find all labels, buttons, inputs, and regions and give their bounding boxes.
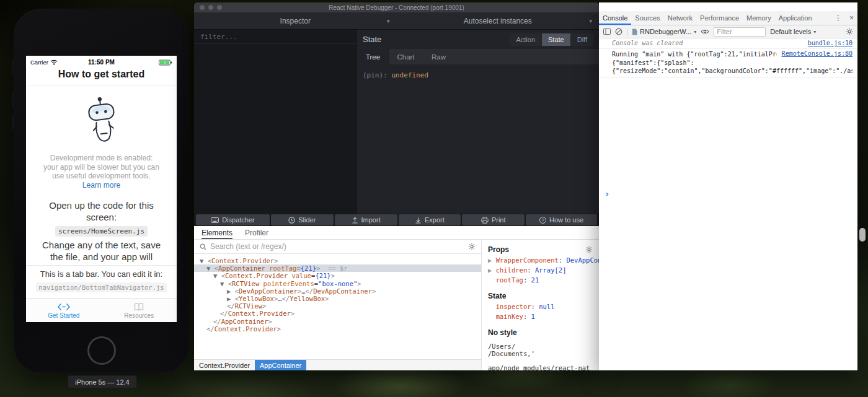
javascript-context-dropdown[interactable]: RNDebuggerW... ▾ <box>632 28 696 35</box>
react-devtools-tabs: Elements Profiler <box>194 226 599 240</box>
download-icon <box>415 217 422 224</box>
search-icon <box>200 243 206 250</box>
toolbar-divider <box>627 28 627 36</box>
props-header: Props <box>488 245 509 254</box>
code-badge: screens/HomeScreen.js <box>26 225 177 236</box>
tree-row[interactable]: ▼ <AppContainer rootTag={21}> == $r <box>194 264 481 272</box>
title-divider <box>26 85 177 85</box>
tree-row[interactable]: </Context.Provider> <box>194 310 481 317</box>
page-title: How to get started <box>26 69 177 80</box>
close-icon[interactable]: × <box>846 11 857 25</box>
app-screen: Carrier 11:50 PM How to get started <box>26 56 177 322</box>
no-style-header: No style <box>488 328 593 337</box>
breadcrumb-item[interactable]: Context.Provider <box>194 360 255 370</box>
scrollbar-thumb[interactable] <box>859 228 866 242</box>
dev-mode-text: Development mode is enabled: your app wi… <box>43 154 159 180</box>
robot-illustration <box>26 94 177 146</box>
home-button[interactable] <box>87 336 116 365</box>
tab-performance[interactable]: Performance <box>696 11 743 25</box>
print-button[interactable]: Print <box>462 214 525 225</box>
tab-raw[interactable]: Raw <box>422 49 455 64</box>
elements-tree: ▼ <Context.Provider>▼ <AppContainer root… <box>194 254 481 359</box>
simulator-device-label: iPhone 5s — 12.4 <box>68 375 137 388</box>
prop-row: mainKey: 1 <box>488 313 593 320</box>
tab-memory[interactable]: Memory <box>743 11 775 25</box>
tree-row[interactable]: </AppContainer> <box>194 318 481 325</box>
prop-row[interactable]: ▶ children: Array[2] <box>488 266 593 274</box>
console-filter-input[interactable] <box>714 27 766 37</box>
state-key[interactable]: (pin): <box>363 71 388 79</box>
close-window-button <box>200 5 205 10</box>
react-devtools-panel: Elements Profiler ▼ <Context.Provider>▼ … <box>194 226 599 370</box>
chevron-down-icon: ▾ <box>813 29 816 35</box>
devtools-tab-bar: Console Sources Network Performance Memo… <box>599 11 857 25</box>
tree-row[interactable]: ▼ <Context.Provider> <box>194 257 481 264</box>
status-bar: Carrier 11:50 PM <box>26 58 177 67</box>
mode-diff-button[interactable]: Diff <box>571 33 593 46</box>
tab-sources[interactable]: Sources <box>631 11 663 25</box>
redux-state-pane: State Action State Diff Tree Chart Raw (… <box>356 30 599 214</box>
breadcrumb-item-active[interactable]: AppContainer <box>255 360 306 370</box>
source-file-link[interactable]: app/node_modules/react-native/Libraries/… <box>488 364 593 370</box>
console-prompt-icon[interactable]: › <box>604 189 609 199</box>
eye-icon[interactable] <box>701 28 709 35</box>
autoselect-instances-dropdown[interactable]: Autoselect instances ▾ <box>397 12 600 29</box>
learn-more-link[interactable]: Learn more <box>82 181 120 190</box>
tab-application[interactable]: Application <box>775 11 816 25</box>
state-value: undefined <box>391 71 428 79</box>
console-message: Console was cleared bundle.js:10 <box>599 38 857 49</box>
tab-profiler[interactable]: Profiler <box>245 226 268 239</box>
status-time: 11:50 PM <box>75 59 128 66</box>
battery-icon <box>159 59 172 66</box>
tab-resources[interactable]: Resources <box>102 299 177 322</box>
prop-row[interactable]: ▶ WrapperComponent: DevAppContainer( <box>488 256 593 264</box>
source-link[interactable]: RemoteConsole.js:80 <box>782 50 852 57</box>
tab-label: Get Started <box>48 312 79 319</box>
tab-chart[interactable]: Chart <box>389 49 422 64</box>
upload-icon <box>352 217 358 224</box>
breadcrumb: Context.Provider AppContainer <box>194 359 481 370</box>
tree-row[interactable]: ▼ <RCTView pointerEvents="box-none"> <box>194 280 481 287</box>
dispatcher-button[interactable]: Dispatcher <box>196 214 270 225</box>
tree-row[interactable]: ▶ <YellowBox>…</YellowBox> <box>194 295 481 302</box>
chevron-down-icon: ▾ <box>694 29 696 35</box>
tree-row[interactable]: ▶ <DevAppContainer>…</DevAppContainer> <box>194 287 481 295</box>
state-tree-view: (pin): undefined <box>356 64 599 214</box>
source-path: /Users//Documents,' <box>488 342 593 357</box>
mode-state-button[interactable]: State <box>542 33 570 46</box>
import-button[interactable]: Import <box>335 214 397 225</box>
minimize-window-button <box>208 5 213 10</box>
console-settings-icon[interactable] <box>846 28 853 35</box>
gear-icon[interactable] <box>468 243 476 250</box>
chevron-down-icon: ▾ <box>589 18 592 24</box>
prop-row: inspector: null <box>488 303 593 310</box>
tab-network[interactable]: Network <box>664 11 696 25</box>
gear-icon[interactable] <box>585 246 593 253</box>
clear-console-icon[interactable] <box>615 28 622 35</box>
props-pane: Props ▶ WrapperComponent: DevAppContaine… <box>482 240 599 370</box>
tree-row[interactable]: ▼ <Context.Provider value={21}> <box>194 272 481 279</box>
how-to-use-button[interactable]: ? How to use <box>526 214 597 225</box>
tab-tree[interactable]: Tree <box>356 49 389 64</box>
state-header: State <box>488 292 593 300</box>
inspector-dropdown[interactable]: Inspector ▾ <box>194 12 397 29</box>
more-menu-icon[interactable]: ⋮ <box>831 11 846 25</box>
inspector-filter-input[interactable] <box>194 30 356 44</box>
tab-label: Resources <box>124 312 154 319</box>
slider-button[interactable]: Slider <box>271 214 334 225</box>
export-button[interactable]: Export <box>399 214 461 225</box>
code-icon <box>57 303 71 311</box>
log-levels-dropdown[interactable]: Default levels ▾ <box>770 28 816 35</box>
traffic-lights[interactable] <box>200 5 222 10</box>
console-sidebar-icon[interactable] <box>603 28 611 35</box>
mode-action-button[interactable]: Action <box>510 33 541 46</box>
source-link[interactable]: bundle.js:10 <box>808 40 852 46</box>
tab-console[interactable]: Console <box>599 11 631 25</box>
tab-elements[interactable]: Elements <box>202 226 232 239</box>
console-message: Running "main" with {"rootTag":21,"initi… <box>599 49 857 78</box>
tree-row[interactable]: </RCTView> <box>194 302 481 310</box>
tree-row[interactable]: </Context.Provider> <box>194 325 481 333</box>
window-title: React Native Debugger - Connected (port … <box>329 4 464 11</box>
tab-get-started[interactable]: Get Started <box>26 299 102 322</box>
elements-search-input[interactable] <box>210 242 464 251</box>
